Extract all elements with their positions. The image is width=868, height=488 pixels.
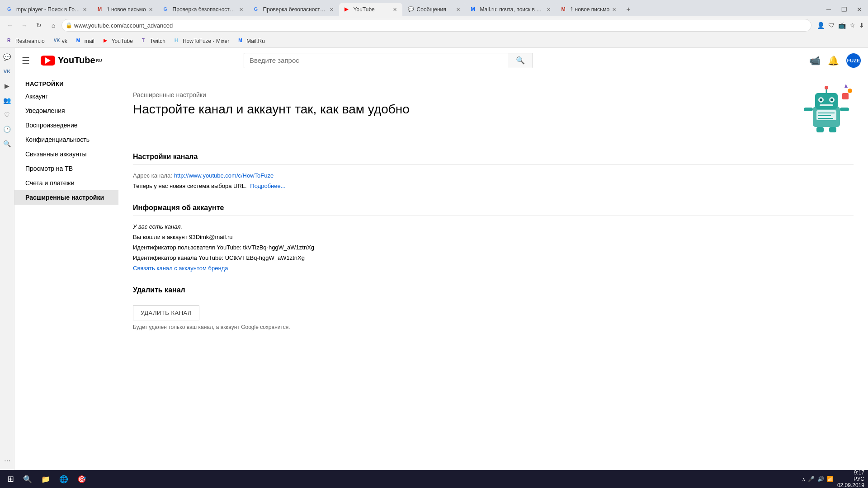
refresh-button[interactable]: ↻ xyxy=(33,19,45,32)
bookmark-howtofuze[interactable]: H HowToFuze - Mixer xyxy=(171,37,233,45)
mixer-favicon: H xyxy=(175,38,181,44)
systray-expand-icon[interactable]: ∧ xyxy=(802,477,805,482)
search-input[interactable] xyxy=(244,53,508,68)
taskbar-explorer-button[interactable]: 📁 xyxy=(38,471,54,487)
user-id: Идентификатор пользователя YouTube: tkVT… xyxy=(133,244,854,251)
address-wrapper[interactable]: 🔒 www.youtube.com/account_advanced xyxy=(61,19,811,32)
sidebar-item-tv[interactable]: Просмотр на ТВ xyxy=(14,161,118,176)
panel-vk-icon[interactable]: VK xyxy=(2,66,13,77)
network-icon[interactable]: 📶 xyxy=(827,476,834,482)
sidebar-item-notifications[interactable]: Уведомления xyxy=(14,103,118,118)
tab-youtube[interactable]: ▶ YouTube ✕ xyxy=(339,3,402,16)
bookmark-restream-label: Restream.io xyxy=(15,38,45,44)
minimize-button[interactable]: ─ xyxy=(822,3,835,16)
tab-security1[interactable]: G Проверка безопасноcти... ✕ xyxy=(158,3,249,16)
tab-mailru[interactable]: M Mail.ru: почта, поиск в ин... ✕ xyxy=(466,3,556,16)
settings-hero-text: Расширенные настройки Настройте канал и … xyxy=(133,91,785,131)
tab-actions: ─ ❐ ✕ xyxy=(822,3,866,16)
forward-button[interactable]: → xyxy=(18,19,31,32)
bookmark-star-icon[interactable]: ☆ xyxy=(849,22,855,29)
sidebar-item-linked-accounts[interactable]: Связанные аккаунты xyxy=(14,147,118,161)
taskbar-search-button[interactable]: 🔍 xyxy=(19,471,36,487)
panel-search-icon[interactable]: 🔍 xyxy=(2,138,13,149)
download-icon[interactable]: ⬇ xyxy=(859,22,864,29)
new-tab-button[interactable]: + xyxy=(622,3,635,16)
cast-icon[interactable]: 📺 xyxy=(838,22,846,29)
sidebar-item-billing-label: Счета и платежи xyxy=(25,179,75,187)
tab-mail2[interactable]: M 1 новое письмо ✕ xyxy=(556,3,622,16)
svg-rect-13 xyxy=(804,108,813,111)
panel-more-icon[interactable]: ⋯ xyxy=(2,455,13,466)
svg-rect-14 xyxy=(840,108,849,111)
volume-icon[interactable]: 🔊 xyxy=(817,476,824,482)
app4-icon: 🎯 xyxy=(77,475,86,483)
windows-icon: ⊞ xyxy=(7,474,14,484)
bookmark-youtube[interactable]: ▶ YouTube xyxy=(100,37,137,45)
tab-title-mpv: mpv player - Поиск в Гoo... xyxy=(16,6,80,13)
user-avatar[interactable]: FUZE xyxy=(846,53,861,68)
bookmark-restream[interactable]: R Restream.io xyxy=(4,37,48,45)
sidebar-item-playback[interactable]: Воспроизведение xyxy=(14,118,118,132)
mic-icon[interactable]: 🎤 xyxy=(808,476,815,482)
tab-close-mail1[interactable]: ✕ xyxy=(149,7,153,13)
shield-icon[interactable]: 🛡 xyxy=(828,22,835,29)
tab-close-messages[interactable]: ✕ xyxy=(456,7,460,13)
bookmark-mailru-label: Mail.Ru xyxy=(246,38,265,44)
tab-close-security1[interactable]: ✕ xyxy=(239,7,243,13)
tab-close-security2[interactable]: ✕ xyxy=(330,7,334,13)
channel-url-more-link[interactable]: Подробнее... xyxy=(250,183,285,189)
panel-subscribe-icon[interactable]: ▶ xyxy=(2,80,13,91)
svg-point-7 xyxy=(830,99,833,101)
restore-button[interactable]: ❐ xyxy=(837,3,851,16)
bookmark-mail[interactable]: M mail xyxy=(73,37,98,45)
sidebar-item-privacy[interactable]: Конфиденциальность xyxy=(14,132,118,147)
tab-mpv[interactable]: G mpv player - Поиск в Гoo... ✕ xyxy=(2,3,92,16)
folder-icon: 📁 xyxy=(41,475,50,483)
bookmark-mail-label: mail xyxy=(85,38,94,44)
brand-account-link[interactable]: Связать канал с аккаунтом бренда xyxy=(133,265,228,272)
tab-mail1[interactable]: M 1 новое письмо ✕ xyxy=(92,3,158,16)
bookmark-vk-label: vk xyxy=(62,38,67,44)
sidebar-item-advanced[interactable]: Расширенные настройки xyxy=(14,190,118,205)
mail-favicon: M xyxy=(76,38,83,44)
tab-favicon-youtube: ▶ xyxy=(344,6,351,13)
sidebar-item-billing[interactable]: Счета и платежи xyxy=(14,176,118,190)
taskbar-app4-button[interactable]: 🎯 xyxy=(74,471,90,487)
taskbar-browser-button[interactable]: 🌐 xyxy=(56,471,72,487)
address-text: www.youtube.com/account_advanced xyxy=(74,22,173,29)
address-right-icons: 👤 🛡 📺 ☆ ⬇ xyxy=(817,22,864,29)
bookmark-mailru[interactable]: M Mail.Ru xyxy=(235,37,269,45)
tab-close-mpv[interactable]: ✕ xyxy=(83,7,87,13)
sidebar-item-notifications-label: Уведомления xyxy=(25,107,65,114)
back-button[interactable]: ← xyxy=(4,19,16,32)
panel-telegram-icon[interactable]: 💬 xyxy=(2,52,13,62)
tab-close-youtube[interactable]: ✕ xyxy=(393,7,397,13)
tab-close-mail2[interactable]: ✕ xyxy=(612,7,616,13)
panel-teams-icon[interactable]: 👥 xyxy=(2,95,13,106)
close-button[interactable]: ✕ xyxy=(853,3,866,16)
tab-security2[interactable]: G Проверка безопасности... ✕ xyxy=(249,3,339,16)
channel-address-link[interactable]: http://www.youtube.com/c/HowToFuze xyxy=(174,172,274,179)
tab-messages[interactable]: 💬 Сообщения ✕ xyxy=(402,3,466,16)
panel-history-icon[interactable]: 🕐 xyxy=(2,124,13,135)
yt-header-right: 📹 🔔 FUZE xyxy=(809,53,861,68)
tab-title-mail1: 1 новое письмо xyxy=(107,6,146,13)
hamburger-menu-button[interactable]: ☰ xyxy=(22,55,30,66)
delete-channel-button[interactable]: УДАЛИТЬ КАНАЛ xyxy=(133,305,199,320)
home-button[interactable]: ⌂ xyxy=(47,19,60,32)
upload-video-button[interactable]: 📹 xyxy=(809,55,821,66)
yt-logo[interactable]: YouTubeRU xyxy=(41,55,102,66)
panel-favorites-icon[interactable]: ♡ xyxy=(2,109,13,120)
svg-rect-8 xyxy=(820,104,833,106)
taskbar-start-button[interactable]: ⊞ xyxy=(4,471,18,487)
sidebar-item-account[interactable]: Аккаунт xyxy=(14,89,118,103)
bookmark-vk[interactable]: VK vk xyxy=(50,37,71,45)
bookmark-twitch[interactable]: T Twitch xyxy=(138,37,169,45)
tab-close-mailru[interactable]: ✕ xyxy=(547,7,551,13)
notifications-button[interactable]: 🔔 xyxy=(828,55,839,66)
account-icon[interactable]: 👤 xyxy=(817,22,825,29)
svg-rect-1 xyxy=(815,93,838,109)
svg-rect-16 xyxy=(829,127,836,132)
search-button[interactable]: 🔍 xyxy=(508,53,533,68)
tab-favicon-security1: G xyxy=(164,6,170,13)
